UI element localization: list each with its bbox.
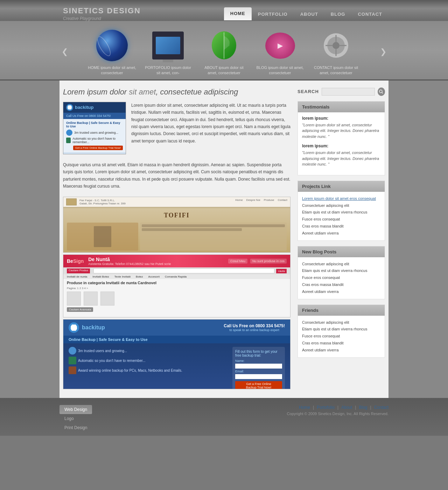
testimonial-1-text: "Lorem ipsum dolor sit amet, consectetur… [302,122,380,140]
footer-link-portofolio[interactable]: Portofolio [317,405,335,410]
slider-item-3[interactable]: BLOG ipsum dolor sit amet, consectetuer [254,28,306,76]
nav-item-home[interactable]: HOME [224,7,252,20]
testimonials-content: lorem ipsum: "Lorem ipsum dolor sit amet… [298,112,385,175]
slider-caption-4: CONTACT ipsum dolor sit amet, consectetu… [310,65,362,76]
footer-link-about[interactable]: About [341,405,352,410]
slider-items: HOME ipsum dolor sit amet, consectetuer … [70,28,378,76]
main-content: Lorem ipsum dolor sit amet, consectetue … [63,88,290,391]
heading-after: , consectetue adipiscing [156,88,238,96]
svg-point-9 [379,90,382,93]
project-link-5: Aoreet utdiam viverra [302,230,380,237]
main-nav: HOMEPORTFOLIOABOUTBLOGCONTACT [224,7,388,20]
friends-link-1: Etiam quis est ut diam viverra rhoncus [302,326,380,333]
heading-normal: Lorem ipsum dolor [63,88,129,96]
blog-link-2: Fusce eros consequat [302,274,380,281]
logo-subtitle: Creative Playground [63,16,141,21]
slider-caption-2: ABOUT ipsum dolor sit amet, consectetuer [198,65,250,76]
footer-link-separator: | [337,405,338,410]
blog-box: New Blog Posts Consectetuer adipiscing e… [298,246,385,299]
project-link-0[interactable]: Lorem ipsum dolor sit amet eros consequa… [302,195,380,202]
slider-next-button[interactable]: ❯ [378,43,388,61]
blog-header: New Blog Posts [298,246,385,257]
projects-header: Projects Link [298,181,385,192]
svg-line-10 [382,92,383,93]
logo-title: SINETICS DESIGN [63,6,141,15]
friends-link-2: Fusce eros consequat [302,333,380,340]
footer-left-item-1[interactable]: Logo [59,414,92,423]
slider-prev-button[interactable]: ❮ [59,43,70,61]
slider-area: ❮ HOME ipsum dolor sit amet, consectetue… [0,21,448,80]
footer-left: Web DesignLogoPrint Design [59,405,92,432]
intro-image: backitup Call Us Free on 0800 334 5475! … [63,102,126,154]
nav-item-contact[interactable]: CONTACT [351,8,388,20]
projects-content: Lorem ipsum dolor sit amet eros consequa… [298,192,385,240]
main-wrapper: Lorem ipsum dolor sit amet, consectetue … [59,80,388,398]
portfolio-image-backitup[interactable]: backitup Call Us Free on 0800 334 5475! … [63,319,290,389]
footer-link-separator: | [370,405,371,410]
footer-left-item-0[interactable]: Web Design [59,405,92,414]
content-area: Lorem ipsum dolor sit amet, consectetue … [59,80,388,398]
testimonial-2-text: "Lorem ipsum dolor sit amet, consectetur… [302,150,380,167]
friends-box: Friends Consectetuer adipiscing elitEtia… [298,304,385,358]
footer-link-separator: | [355,405,356,410]
blog-link-3: Cras eros massa blandit [302,281,380,288]
intro-text: Lorem ipsum dolor sit amet, consectetuer… [131,102,290,154]
project-link-2: Etiam quis est ut diam viverra rhoncus [302,209,380,216]
sidebar: SEARCH Testimonials lorem ipsum: "Lorem … [298,88,385,391]
search-input[interactable] [322,88,375,96]
slider-item-0[interactable]: HOME ipsum dolor sit amet, consectetuer [86,28,138,76]
portfolio-image-denunta[interactable]: BeSign De Nuntă Asistenta Gratuita: Tele… [63,254,290,317]
footer-links: Home|Portofolio|About|Blog|Contact [287,405,388,410]
nav-item-blog[interactable]: BLOG [324,8,352,20]
search-button[interactable] [378,88,385,96]
testimonial-2-name: lorem ipsum: [302,144,380,148]
friends-link-4: Aoreet utdiam viverra [302,347,380,354]
project-link-3: Fusce eros consequat [302,216,380,223]
blog-link-1: Etiam quis est ut diam viverra rhoncus [302,267,380,274]
footer-link-separator: | [313,405,314,410]
slider-icon-camera [257,28,303,63]
friends-link-3: Cras eros massa blandit [302,340,380,347]
projects-box: Projects Link Lorem ipsum dolor sit amet… [298,181,385,241]
testimonials-box: Testimonials lorem ipsum: "Lorem ipsum d… [298,101,385,175]
footer-copyright: Copyright © 2009 Sinetics Design, Inc. A… [287,412,388,416]
slider-item-2[interactable]: ABOUT ipsum dolor sit amet, consectetuer [198,28,250,76]
content-intro: backitup Call Us Free on 0800 334 5475! … [63,102,290,154]
body-text: Quisque varius urna sit amet velit. Etia… [63,161,290,190]
slider-caption-1: PORTOFOLIO ipsum dolor sit amet, con- [142,65,194,76]
nav-item-portfolio[interactable]: PORTFOLIO [252,8,294,20]
slider-item-4[interactable]: CONTACT ipsum dolor sit amet, consectetu… [310,28,362,76]
nav-item-about[interactable]: ABOUT [294,8,324,20]
blog-link-0: Consectetuer adipiscing elit [302,261,380,268]
project-link-1: Consectetuer adipiscing elit [302,202,380,209]
header: SINETICS DESIGN Creative Playground HOME… [0,0,448,21]
footer-link-blog[interactable]: Blog [359,405,367,410]
footer-right: Home|Portofolio|About|Blog|Contact Copyr… [287,405,388,416]
page-heading: Lorem ipsum dolor sit amet, consectetue … [63,88,290,97]
svg-point-4 [332,42,340,49]
portfolio-image-tofifi[interactable]: Fier Farjal - S.C. Tofifi S.R.L. Galati,… [63,197,290,253]
footer-link-contact[interactable]: Contact [374,405,388,410]
testimonial-1-name: lorem ipsum: [302,116,380,121]
slider-item-1[interactable]: PORTOFOLIO ipsum dolor sit amet, con- [142,28,194,76]
testimonial-1: lorem ipsum: "Lorem ipsum dolor sit amet… [302,116,380,140]
slider-icon-feather [201,28,247,63]
heading-italic: sit amet [129,88,156,96]
search-section: SEARCH [298,88,385,96]
friends-header: Friends [298,305,385,316]
footer: Web DesignLogoPrint Design Home|Portofol… [0,398,448,436]
backitup-preview-small: backitup Call Us Free on 0800 334 5475! … [63,102,126,154]
footer-link-home[interactable]: Home [299,405,310,410]
project-link-4: Cras eros massa blandit [302,223,380,230]
slider-caption-0: HOME ipsum dolor sit amet, consectetuer [86,65,138,76]
blog-content: Consectetuer adipiscing elitEtiam quis e… [298,257,385,299]
testimonials-header: Testimonials [298,102,385,112]
logo-area: SINETICS DESIGN Creative Playground [59,6,141,21]
slider-icon-wheel [313,28,359,63]
slider-icon-globe [89,28,135,63]
friends-content: Consectetuer adipiscing elitEtiam quis e… [298,316,385,357]
main-wrapper-bg: Lorem ipsum dolor sit amet, consectetue … [0,80,448,398]
testimonial-2: lorem ipsum: "Lorem ipsum dolor sit amet… [302,144,380,167]
footer-left-item-2[interactable]: Print Design [59,423,92,432]
friends-link-0: Consectetuer adipiscing elit [302,319,380,326]
